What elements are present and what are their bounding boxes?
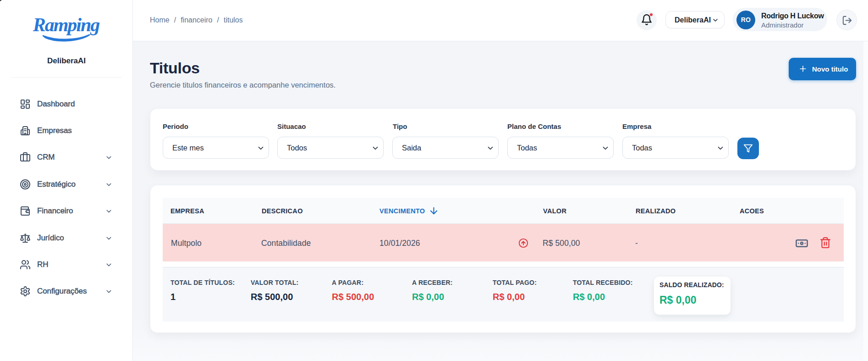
svg-text:Ramping: Ramping (33, 14, 100, 35)
